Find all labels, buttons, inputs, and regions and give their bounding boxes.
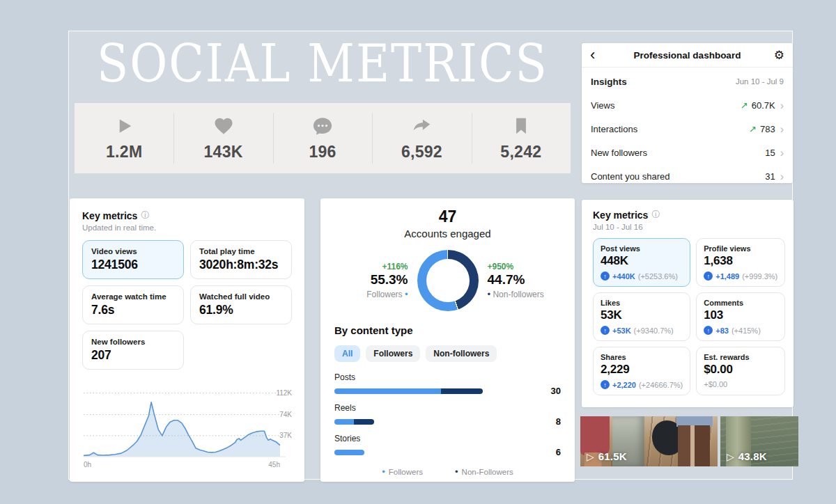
row-new-followers[interactable]: New followers 15 › (591, 141, 784, 164)
row-content-shared[interactable]: Content you shared 31 › (591, 164, 784, 188)
content-type-bars: Posts 30 Reels 8 Stories 6 (334, 372, 561, 457)
bar-segment-followers (334, 450, 364, 455)
card-value: 1241506 (91, 258, 175, 272)
accounts-engaged-total: 47 (334, 207, 561, 226)
bar-label: Reels (334, 403, 561, 413)
bar-segment-non-followers (354, 419, 373, 425)
bar-value: 8 (540, 416, 561, 427)
metric-card-est-rewards[interactable]: Est. rewards $0.00 +$0.00 (696, 347, 785, 395)
legend-non-followers-dot: • (455, 466, 458, 477)
card-change-pct: (+5253.6%) (638, 272, 678, 281)
legend-non-followers: • Non-Followers (455, 466, 513, 477)
trend-up-icon: ↗ (741, 100, 748, 111)
bar-posts (334, 388, 540, 394)
arrow-up-circle-icon: ↑ (601, 326, 610, 335)
metric-card-profile-views[interactable]: Profile views 1,638 ↑ +1,489 (+999.3%) (696, 238, 785, 287)
row-interactions[interactable]: Interactions ↗ 783 › (591, 117, 784, 141)
video-thumbnail-1[interactable]: ▷ 61.5K (580, 416, 718, 466)
svg-text:45h: 45h (268, 461, 280, 468)
bar-reels (334, 419, 540, 425)
card-change: +$0.00 (704, 380, 727, 388)
share-icon (411, 116, 432, 136)
stats-bar: 1.2M 143K 196 6,592 5,242 (75, 103, 571, 173)
bar-row-stories: Stories 6 (334, 434, 561, 457)
by-content-type-title: By content type (334, 324, 561, 336)
comment-icon (312, 116, 333, 136)
tab-all[interactable]: All (334, 345, 360, 362)
card-value: 1,638 (704, 254, 777, 268)
engagement-donut-chart (417, 250, 479, 311)
row-label: New followers (591, 148, 765, 158)
followers-dot: • (405, 289, 408, 299)
arrow-up-circle-icon: ↑ (704, 326, 713, 335)
metric-card-comments[interactable]: Comments 103 ↑ +83 (+415%) (696, 292, 785, 341)
stat-shares: 6,592 (372, 103, 471, 173)
card-label: Average watch time (91, 292, 175, 301)
stat-value: 5,242 (500, 143, 541, 162)
video-thumbnail-2[interactable]: ▷ 43.8K (720, 416, 798, 466)
accounts-engaged-label: Accounts engaged (334, 228, 561, 239)
row-label: Interactions (591, 124, 749, 134)
stat-comments: 196 (273, 103, 372, 173)
stat-value: 6,592 (401, 143, 442, 162)
panel-title: Key metrics (593, 210, 648, 221)
chevron-right-icon: › (780, 148, 784, 157)
followers-pct: 55.3% (338, 272, 408, 288)
svg-text:74K: 74K (279, 411, 292, 418)
metric-card-video-views[interactable]: Video views 1241506 (82, 240, 184, 279)
metric-card-total-play-time[interactable]: Total play time 3020h:8m:32s (190, 240, 292, 279)
non-followers-stat: +950% 44.7% • Non-followers (488, 262, 558, 299)
metric-card-likes[interactable]: Likes 53K ↑ +53K (+9340.7%) (593, 292, 690, 341)
professional-dashboard-title: Professional dashboard (603, 50, 772, 61)
red-shorts-shape (580, 416, 610, 455)
followers-change: +116% (338, 262, 408, 271)
non-followers-dot: • (488, 289, 491, 299)
professional-dashboard-header: ‹ Professional dashboard ⚙ (582, 43, 793, 68)
stat-plays: 1.2M (75, 103, 173, 173)
card-label: Profile views (704, 244, 777, 253)
play-outline-icon: ▷ (587, 451, 594, 462)
bar-label: Posts (334, 372, 561, 382)
metric-card-watched-full-video[interactable]: Watched full video 61.9% (190, 285, 292, 324)
metric-card-new-followers[interactable]: New followers 207 (82, 331, 184, 370)
bar-label: Stories (334, 434, 561, 443)
insights-header-row: Insights Jun 10 - Jul 9 (591, 70, 784, 93)
back-icon[interactable]: ‹ (590, 48, 603, 62)
non-followers-label: • Non-followers (488, 289, 558, 299)
card-label: Shares (601, 353, 683, 361)
card-value: 2,229 (601, 363, 683, 377)
stat-likes: 143K (173, 103, 272, 173)
chevron-right-icon: › (780, 172, 784, 181)
metric-card-shares[interactable]: Shares 2,229 ↑ +2,220 (+24666.7%) (593, 347, 690, 395)
tab-non-followers[interactable]: Non-followers (426, 345, 497, 362)
gear-icon[interactable]: ⚙ (772, 48, 784, 63)
metric-card-average-watch-time[interactable]: Average watch time 7.6s (82, 285, 184, 324)
key-metrics-right-panel: Key metrics ⓘ Jul 10 - Jul 16 Post views… (582, 200, 794, 407)
card-label: Comments (704, 299, 777, 307)
bar-row-reels: Reels 8 (334, 403, 561, 427)
card-value: 448K (601, 254, 683, 268)
card-value: $0.00 (704, 363, 777, 377)
bar-value: 30 (540, 386, 561, 396)
card-change-pct: (+999.3%) (742, 272, 777, 281)
legend-followers-dot: • (382, 466, 385, 477)
card-label: Watched full video (199, 292, 283, 301)
tab-followers[interactable]: Followers (366, 345, 420, 362)
bar-chart-legend: • Followers • Non-Followers (334, 466, 561, 477)
legs-shape (678, 425, 710, 466)
professional-dashboard-panel: ‹ Professional dashboard ⚙ Insights Jun … (582, 43, 793, 183)
arrow-up-circle-icon: ↑ (704, 271, 713, 281)
row-views[interactable]: Views ↗ 60.7K › (591, 93, 784, 117)
svg-text:37K: 37K (279, 432, 292, 439)
info-icon: ⓘ (141, 210, 149, 221)
card-label: Post views (601, 244, 683, 253)
arrow-up-circle-icon: ↑ (601, 380, 610, 389)
metric-card-post-views[interactable]: Post views 448K ↑ +440K (+5253.6%) (593, 238, 690, 287)
row-value: 31 (765, 171, 775, 182)
card-label: Est. rewards (704, 353, 777, 361)
bar-segment-followers (334, 388, 441, 394)
stat-value: 143K (204, 143, 243, 162)
bar-row-posts: Posts 30 (334, 372, 561, 396)
bar-value: 6 (540, 447, 561, 457)
card-change-pct: (+9340.7%) (634, 326, 674, 335)
